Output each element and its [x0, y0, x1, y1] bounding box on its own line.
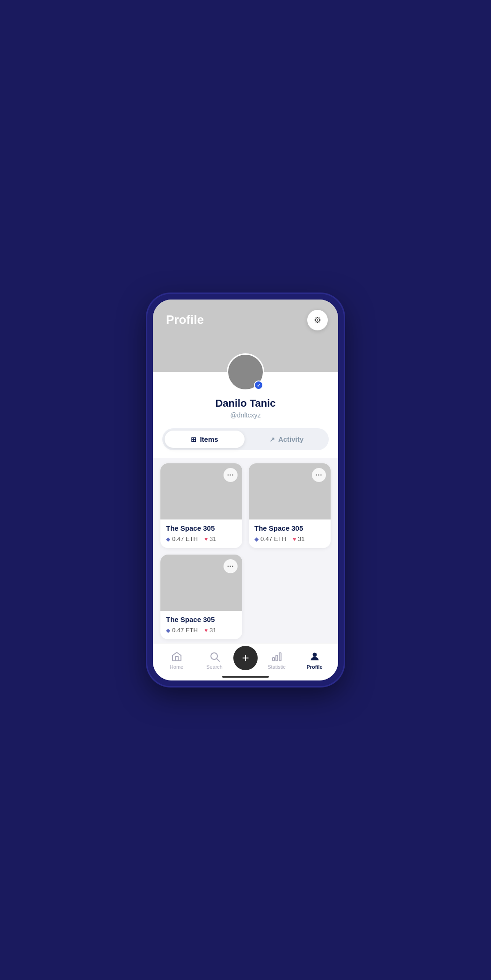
item-info: The Space 305 ◆ 0.47 ETH ♥ 31 [249, 519, 331, 548]
item-meta: ◆ 0.47 ETH ♥ 31 [166, 535, 237, 542]
nav-label-search: Search [206, 664, 223, 670]
svg-point-5 [313, 653, 317, 657]
nav-item-profile[interactable]: Profile [296, 651, 333, 670]
svg-rect-4 [279, 653, 281, 661]
bottom-nav: Home Search + Statistic [153, 643, 338, 680]
heart-icon: ♥ [204, 536, 208, 542]
heart-icon: ♥ [293, 536, 296, 542]
nav-label-profile: Profile [306, 664, 322, 670]
item-card: ··· The Space 305 ◆ 0.47 ETH ♥ [249, 463, 331, 548]
heart-icon: ♥ [204, 627, 208, 634]
item-title: The Space 305 [254, 524, 325, 532]
nav-add-button[interactable]: + [233, 646, 258, 670]
home-indicator [222, 676, 269, 678]
search-icon [209, 651, 220, 662]
phone-frame: Profile ⚙ ✓ Danilo Tanic @dnltcxyz ⊞ [147, 294, 344, 686]
tab-activity-label: Activity [278, 435, 303, 443]
svg-rect-3 [276, 655, 278, 661]
item-card: ··· The Space 305 ◆ 0.47 ETH ♥ [160, 555, 242, 639]
svg-line-1 [217, 658, 219, 661]
item-image: ··· [160, 463, 242, 519]
item-info: The Space 305 ◆ 0.47 ETH ♥ 31 [160, 611, 242, 639]
item-likes-value: 31 [209, 535, 216, 542]
dots-icon: ··· [316, 471, 323, 479]
item-title: The Space 305 [166, 524, 237, 532]
activity-tab-icon: ↗ [269, 436, 275, 443]
item-card: ··· The Space 305 ◆ 0.47 ETH ♥ [160, 463, 242, 548]
nav-item-statistic[interactable]: Statistic [258, 651, 296, 670]
tab-items[interactable]: ⊞ Items [165, 431, 245, 448]
item-likes-value: 31 [298, 535, 304, 542]
tabs-wrapper: ⊞ Items ↗ Activity [162, 428, 329, 450]
item-likes: ♥ 31 [293, 535, 305, 542]
nav-item-search[interactable]: Search [195, 651, 233, 670]
dots-icon: ··· [227, 563, 234, 570]
item-title: The Space 305 [166, 615, 237, 623]
tab-activity[interactable]: ↗ Activity [246, 431, 326, 448]
item-price: ◆ 0.47 ETH [166, 627, 198, 634]
profile-name: Danilo Tanic [162, 397, 329, 410]
item-meta: ◆ 0.47 ETH ♥ 31 [254, 535, 325, 542]
items-grid: ··· The Space 305 ◆ 0.47 ETH ♥ [160, 463, 331, 639]
item-menu-button[interactable]: ··· [224, 559, 238, 573]
item-menu-button[interactable]: ··· [312, 468, 326, 482]
items-tab-icon: ⊞ [191, 436, 196, 443]
item-price-value: 0.47 ETH [172, 627, 198, 634]
item-price-value: 0.47 ETH [260, 535, 286, 542]
nav-label-home: Home [170, 664, 183, 670]
item-price: ◆ 0.47 ETH [254, 535, 286, 542]
svg-rect-2 [273, 658, 274, 661]
item-meta: ◆ 0.47 ETH ♥ 31 [166, 627, 237, 634]
item-info: The Space 305 ◆ 0.47 ETH ♥ 31 [160, 519, 242, 548]
nav-label-statistic: Statistic [267, 664, 286, 670]
check-icon: ✓ [257, 383, 260, 388]
item-price: ◆ 0.47 ETH [166, 535, 198, 542]
item-menu-button[interactable]: ··· [224, 468, 238, 482]
banner-title: Profile [166, 313, 204, 327]
profile-info: Danilo Tanic @dnltcxyz [153, 391, 338, 428]
eth-icon: ◆ [166, 536, 170, 542]
plus-icon: + [242, 651, 249, 665]
item-likes: ♥ 31 [204, 535, 217, 542]
tab-items-label: Items [200, 435, 218, 443]
tabs-container: ⊞ Items ↗ Activity [153, 428, 338, 458]
profile-icon [309, 651, 320, 662]
verified-badge: ✓ [254, 380, 263, 390]
eth-icon: ◆ [166, 627, 170, 634]
dots-icon: ··· [227, 471, 234, 479]
avatar-container: ✓ [227, 353, 264, 391]
eth-icon: ◆ [254, 536, 259, 542]
home-icon [171, 651, 182, 662]
item-price-value: 0.47 ETH [172, 535, 198, 542]
settings-button[interactable]: ⚙ [307, 310, 328, 330]
item-likes-value: 31 [209, 627, 216, 634]
item-image: ··· [160, 555, 242, 611]
item-likes: ♥ 31 [204, 627, 217, 634]
statistic-icon [271, 651, 282, 662]
item-image: ··· [249, 463, 331, 519]
gear-icon: ⚙ [314, 315, 321, 325]
nav-item-home[interactable]: Home [158, 651, 195, 670]
items-scroll[interactable]: ··· The Space 305 ◆ 0.47 ETH ♥ [153, 458, 338, 643]
phone-screen: Profile ⚙ ✓ Danilo Tanic @dnltcxyz ⊞ [153, 300, 338, 680]
profile-handle: @dnltcxyz [162, 411, 329, 419]
